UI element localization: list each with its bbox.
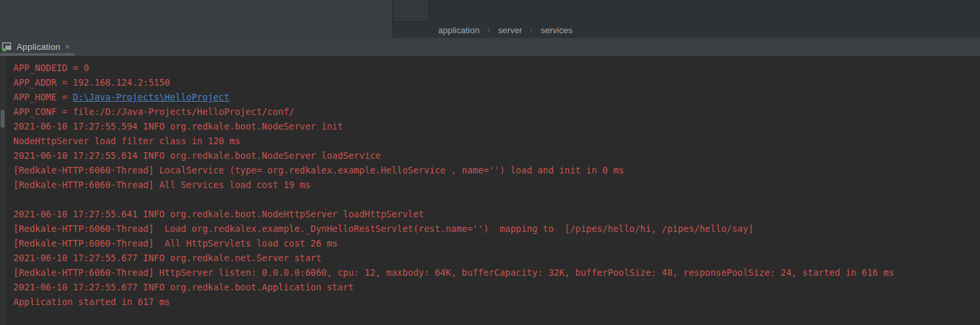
console-text: 2021-06-10 17:27:55.677 INFO org.redkale… (13, 282, 354, 292)
console-text: APP_ADDR = 192.168.124.2:5150 (13, 77, 170, 88)
console-text: 2021-06-10 17:27:55.614 INFO org.redkale… (13, 150, 381, 161)
console-text: [Redkale-HTTP:6060-Thread] HttpServer li… (13, 267, 894, 278)
console-text: [Redkale-HTTP:6060-Thread] All Services … (13, 179, 310, 190)
console-line: [Redkale-HTTP:6060-Thread] LocalService … (13, 163, 980, 177)
console-line: 2021-06-10 17:27:55.641 INFO org.redkale… (13, 207, 980, 221)
console-line: 2021-06-10 17:27:55.614 INFO org.redkale… (13, 148, 980, 163)
run-console-icon (2, 42, 13, 52)
breadcrumb-item-application[interactable]: application (437, 25, 481, 35)
running-indicator-dot (3, 48, 6, 51)
console-line: 2021-06-10 17:27:55.677 INFO org.redkale… (13, 280, 980, 294)
editor-pane-right: application›server›services (393, 0, 980, 38)
console-text: APP_HOME = (13, 92, 72, 102)
console-text: 2021-06-10 17:27:55.677 INFO org.redkale… (13, 253, 321, 263)
close-icon[interactable]: × (65, 43, 70, 51)
console-text: [Redkale-HTTP:6060-Thread] Load org.redk… (13, 223, 754, 234)
breadcrumb-item-services[interactable]: services (539, 25, 574, 35)
console-text: [Redkale-HTTP:6060-Thread] LocalService … (13, 165, 624, 175)
console-line: [Redkale-HTTP:6060-Thread] HttpServer li… (13, 265, 980, 280)
console-line: APP_CONF = file:/D:/Java-Projects/HelloP… (13, 104, 980, 119)
console-line: [Redkale-HTTP:6060-Thread] All HttpServl… (13, 236, 980, 251)
console-output: APP_NODEID = 0APP_ADDR = 192.168.124.2:5… (13, 60, 980, 309)
breadcrumb-separator-icon: › (487, 25, 490, 35)
console-line (13, 192, 980, 207)
console-text: 2021-06-10 17:27:55.641 INFO org.redkale… (13, 209, 424, 219)
console-line: 2021-06-10 17:27:55.594 INFO org.redkale… (13, 119, 980, 134)
tab-application-label: Application (17, 42, 61, 52)
breadcrumb: application›server›services (393, 22, 980, 38)
console-line: [Redkale-HTTP:6060-Thread] Load org.redk… (13, 221, 980, 236)
editor-right-corner-panel (393, 0, 429, 21)
console-gutter (0, 56, 6, 325)
console-line: 2021-06-10 17:27:55.677 INFO org.redkale… (13, 251, 980, 265)
console-line: APP_NODEID = 0 (13, 60, 980, 75)
console-text: APP_CONF = file:/D:/Java-Projects/HelloP… (13, 106, 295, 117)
app-home-link[interactable]: D:\Java-Projects\HelloProject (72, 92, 229, 102)
console-line: Application started in 617 ms (13, 294, 980, 309)
run-tab-bar: Application × (0, 38, 980, 56)
console-text: Application started in 617 ms (13, 296, 170, 307)
console-scrollbar-thumb[interactable] (1, 110, 5, 128)
console-line: NodeHttpServer load filter class in 120 … (13, 134, 980, 148)
editor-right-upper-strip (393, 0, 980, 22)
console-line: APP_HOME = D:\Java-Projects\HelloProject (13, 90, 980, 104)
console-line: [Redkale-HTTP:6060-Thread] All Services … (13, 177, 980, 192)
console-text: [Redkale-HTTP:6060-Thread] All HttpServl… (13, 238, 338, 249)
console-line: APP_ADDR = 192.168.124.2:5150 (13, 75, 980, 90)
console-text: APP_NODEID = 0 (13, 62, 89, 73)
console-text: 2021-06-10 17:27:55.594 INFO org.redkale… (13, 121, 343, 132)
top-editor-row: application›server›services (0, 0, 980, 38)
editor-pane-left (0, 0, 393, 38)
run-tool-window: Application × APP_NODEID = 0APP_ADDR = 1… (0, 38, 980, 325)
breadcrumb-separator-icon: › (530, 25, 533, 35)
breadcrumb-item-server[interactable]: server (497, 25, 523, 35)
console-panel: APP_NODEID = 0APP_ADDR = 192.168.124.2:5… (0, 56, 980, 325)
editor-right-top-panel (429, 0, 980, 21)
console-text: NodeHttpServer load filter class in 120 … (13, 136, 240, 146)
